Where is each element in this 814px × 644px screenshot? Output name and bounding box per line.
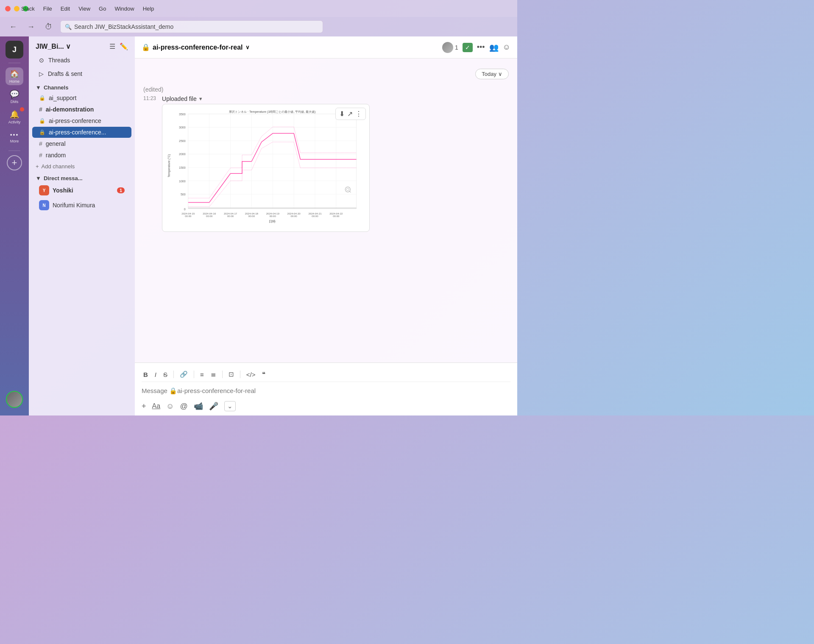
add-channels-button[interactable]: + Add channels xyxy=(29,161,135,172)
add-workspace-button[interactable]: + xyxy=(7,155,22,170)
file-label: Uploaded file ▼ xyxy=(162,95,203,102)
channel-item-ai-press-conference[interactable]: 🔒 ai-press-conference xyxy=(32,115,131,126)
mac-titlebar: Slack File Edit View Go Window Help xyxy=(0,0,517,17)
message-row: 11:23 Uploaded file ▼ ⬇ ↗ ⋮ xyxy=(143,95,509,232)
channels-section-header[interactable]: ▼ Channels xyxy=(29,81,135,92)
svg-text:00:00: 00:00 xyxy=(206,215,213,217)
main-layout: J 🏠 Home 💬 DMs 🔔 Activity ••• xyxy=(0,36,517,415)
code-button[interactable]: </> xyxy=(245,370,257,379)
message-input-area: B I S 🔗 ≡ ≣ ⊡ </> ❝ + Aa ☺ @ 📹 xyxy=(135,362,517,415)
more-header-button[interactable]: ••• xyxy=(477,43,485,52)
checkmark-header-button[interactable]: ✓ xyxy=(463,43,473,52)
workspace-avatar[interactable]: J xyxy=(6,41,23,59)
user-avatar[interactable] xyxy=(6,391,23,408)
more-label: More xyxy=(10,139,19,143)
menu-window[interactable]: Window xyxy=(114,6,134,12)
svg-text:1500: 1500 xyxy=(179,166,186,170)
bold-button[interactable]: B xyxy=(142,370,150,379)
channel-item-random[interactable]: # random xyxy=(32,150,131,161)
menu-file[interactable]: File xyxy=(43,6,52,12)
format-separator-3 xyxy=(222,371,223,378)
svg-text:厚沢トンネル · Temperature (1時間ごとの最小: 厚沢トンネル · Temperature (1時間ごとの最小値, 平均値, 最大… xyxy=(229,110,315,114)
menu-edit[interactable]: Edit xyxy=(61,6,70,12)
mac-minimize-button[interactable] xyxy=(14,6,20,11)
plus-icon: + xyxy=(36,163,39,170)
format-separator-1 xyxy=(173,371,174,378)
chart-share-button[interactable]: ↗ xyxy=(347,110,353,118)
dm-item-yoshiki[interactable]: Y Yoshiki 1 xyxy=(32,183,131,198)
channel-item-ai-demonstration[interactable]: # ai-demonstration xyxy=(32,104,131,115)
blockquote-button[interactable]: ❝ xyxy=(260,370,267,379)
channel-sidebar: JIW_Bi... ∨ ☰ ✏️ ⊙ Threads ▷ Drafts & se… xyxy=(29,36,135,415)
svg-text:Temperature (°C): Temperature (°C) xyxy=(167,154,171,178)
dms-icon: 💬 xyxy=(10,89,19,99)
drafts-icon: ▷ xyxy=(39,70,44,77)
member-avatars[interactable]: 1 xyxy=(442,42,458,53)
mic-button[interactable]: 🎤 xyxy=(209,401,218,411)
chart-download-button[interactable]: ⬇ xyxy=(339,110,345,118)
channel-item-ai-press-conference-for-real[interactable]: 🔒 ai-press-conference... xyxy=(32,127,131,138)
mention-button[interactable]: @ xyxy=(180,402,187,411)
date-badge[interactable]: Today ∨ xyxy=(475,69,509,79)
hash-icon-random: # xyxy=(39,152,42,159)
sidebar-item-drafts[interactable]: ▷ Drafts & sent xyxy=(32,67,131,80)
chart-svg: 0 500 1000 1500 2000 2500 3000 3500 Temp… xyxy=(167,109,365,227)
emoji-button[interactable]: ☺ xyxy=(166,402,174,411)
video-button[interactable]: 📹 xyxy=(194,401,203,411)
filter-icon[interactable]: ☰ xyxy=(109,42,115,50)
facetime-header-button[interactable]: ☺ xyxy=(503,43,510,52)
people-header-button[interactable]: 👥 xyxy=(489,43,499,52)
compose-icon[interactable]: ✏️ xyxy=(120,42,128,50)
mac-menu: Slack File Edit View Go Window Help xyxy=(21,6,154,12)
back-button[interactable]: ← xyxy=(7,21,20,33)
sidebar-header: JIW_Bi... ∨ ☰ ✏️ xyxy=(29,36,135,54)
menu-go[interactable]: Go xyxy=(99,6,106,12)
search-input-text: Search JIW_BizStackAssistant_demo xyxy=(74,23,173,30)
font-button[interactable]: Aa xyxy=(152,402,161,410)
mac-close-button[interactable] xyxy=(5,6,11,11)
menu-slack[interactable]: Slack xyxy=(21,6,35,12)
forward-button[interactable]: → xyxy=(25,21,37,33)
chat-content: Today ∨ (edited) 11:23 Uploaded file ▼ xyxy=(135,59,517,362)
activity-nav-item[interactable]: 🔔 Activity xyxy=(6,108,23,126)
unordered-list-button[interactable]: ≡ xyxy=(198,370,206,379)
member-count: 1 xyxy=(455,44,458,51)
workspace-name[interactable]: JIW_Bi... ∨ xyxy=(36,42,71,50)
channel-item-general[interactable]: # general xyxy=(32,138,131,149)
activity-label: Activity xyxy=(8,120,21,124)
message-content: Uploaded file ▼ ⬇ ↗ ⋮ xyxy=(162,95,370,232)
attach-button[interactable]: + xyxy=(142,402,146,411)
format-separator-4 xyxy=(240,371,240,378)
slash-button[interactable]: ⌄ xyxy=(224,401,236,411)
date-divider: Today ∨ xyxy=(143,69,509,79)
dm-section-header[interactable]: ▼ Direct messa... xyxy=(29,172,135,183)
svg-text:00:00: 00:00 xyxy=(248,215,255,217)
message-meta: Uploaded file ▼ xyxy=(162,95,370,102)
history-button[interactable]: ⏱ xyxy=(42,21,55,33)
yoshiki-badge: 1 xyxy=(117,187,125,193)
home-nav-item[interactable]: 🏠 Home xyxy=(6,67,23,85)
message-input[interactable] xyxy=(142,385,510,399)
file-dropdown-icon[interactable]: ▼ xyxy=(198,96,203,101)
indent-button[interactable]: ⊡ xyxy=(227,370,236,379)
menu-help[interactable]: Help xyxy=(143,6,154,12)
svg-text:2000: 2000 xyxy=(179,153,186,156)
more-nav-item[interactable]: ••• More xyxy=(6,128,23,146)
svg-text:2500: 2500 xyxy=(179,139,186,143)
dms-nav-item[interactable]: 💬 DMs xyxy=(6,88,23,106)
workspace-chevron-icon: ∨ xyxy=(66,42,71,50)
norifumi-avatar: N xyxy=(39,200,49,210)
svg-text:00:00: 00:00 xyxy=(270,215,276,217)
channel-item-ai-support[interactable]: 🔒 ai_support xyxy=(32,92,131,103)
sidebar-item-threads[interactable]: ⊙ Threads xyxy=(32,54,131,67)
ordered-list-button[interactable]: ≣ xyxy=(209,370,218,379)
chat-header-right: 1 ✓ ••• 👥 ☺ xyxy=(442,42,510,53)
link-button[interactable]: 🔗 xyxy=(178,370,190,379)
message-timestamp: 11:23 xyxy=(143,95,156,101)
search-bar[interactable]: 🔍 Search JIW_BizStackAssistant_demo xyxy=(60,20,323,33)
dm-item-norifumi[interactable]: N Norifumi Kimura xyxy=(32,198,131,212)
strikethrough-button[interactable]: S xyxy=(162,370,169,379)
italic-button[interactable]: I xyxy=(153,370,158,379)
menu-view[interactable]: View xyxy=(78,6,90,12)
chart-more-button[interactable]: ⋮ xyxy=(355,110,362,118)
